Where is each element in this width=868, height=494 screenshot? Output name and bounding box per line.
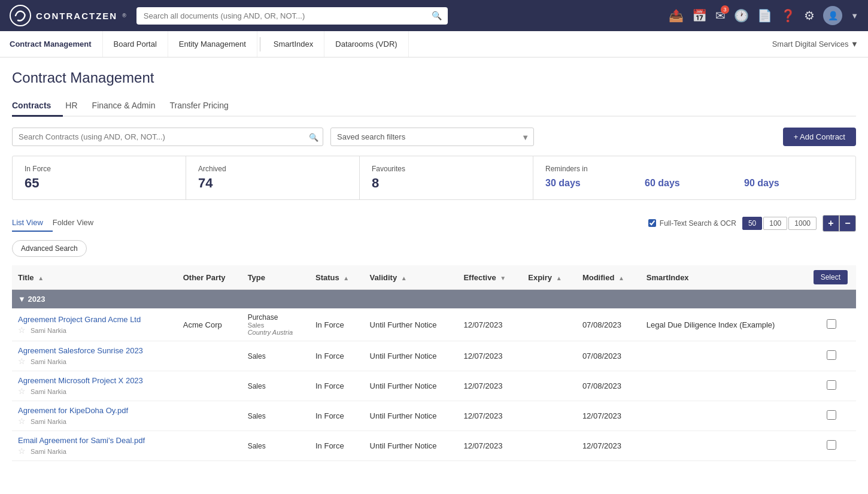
th-expiry[interactable]: Expiry ▲ <box>522 265 576 290</box>
reminder-60[interactable]: 60 days <box>645 178 744 189</box>
advanced-search-button[interactable]: Advanced Search <box>12 240 87 257</box>
modified-cell: 07/08/2023 <box>576 341 641 371</box>
documents-icon[interactable]: 📄 <box>757 8 772 23</box>
stat-archived[interactable]: Archived 74 <box>186 156 359 199</box>
tab-hr[interactable]: HR <box>63 96 89 117</box>
row-select-cell <box>808 308 856 341</box>
star-icon[interactable]: ☆ <box>18 356 26 366</box>
row-select-cell <box>808 431 856 461</box>
tab-transfer-pricing[interactable]: Transfer Pricing <box>167 96 240 117</box>
row-checkbox[interactable] <box>827 440 836 450</box>
saved-search-select[interactable]: Saved search filters <box>330 128 534 146</box>
fulltext-search-checkbox[interactable] <box>648 219 656 227</box>
effective-cell: 12/07/2023 <box>457 341 522 371</box>
row-select-cell <box>808 371 856 401</box>
avatar[interactable]: 👤 <box>823 6 842 25</box>
modified-cell: 07/08/2023 <box>576 308 641 341</box>
row-checkbox[interactable] <box>827 319 836 329</box>
row-checkbox[interactable] <box>827 410 836 420</box>
zoom-out-button[interactable]: − <box>839 215 856 232</box>
contract-link[interactable]: Email Agreement for Sami's Deal.pdf <box>18 436 145 445</box>
contract-link[interactable]: Agreement Project Grand Acme Ltd <box>18 315 141 324</box>
expiry-cell <box>522 341 576 371</box>
help-icon[interactable]: ❓ <box>781 8 796 23</box>
calendar-icon[interactable]: 📅 <box>692 8 707 23</box>
avatar-arrow-icon: ▼ <box>851 11 858 20</box>
row-checkbox[interactable] <box>827 380 836 390</box>
table-group-row[interactable]: ▼ 2023 <box>12 290 856 309</box>
th-other-party[interactable]: Other Party <box>177 265 242 290</box>
main-nav-smartindex[interactable]: SmartIndex <box>263 31 324 57</box>
th-status[interactable]: Status ▲ <box>309 265 364 290</box>
star-icon[interactable]: ☆ <box>18 325 26 335</box>
reminder-30[interactable]: 30 days <box>545 178 645 189</box>
main-nav-board-portal[interactable]: Board Portal <box>103 31 168 57</box>
status-cell: In Force <box>309 401 364 431</box>
select-button[interactable]: Select <box>814 270 848 284</box>
folder-view-tab[interactable]: Folder View <box>53 214 103 232</box>
page-size-100[interactable]: 100 <box>763 217 787 230</box>
tab-contracts[interactable]: Contracts <box>12 96 63 117</box>
smart-digital-services[interactable]: Smart Digital Services ▼ <box>772 40 858 49</box>
table-row: Agreement Project Grand Acme Ltd ☆ Sami … <box>12 308 856 341</box>
contract-link[interactable]: Agreement Microsoft Project X 2023 <box>18 376 143 385</box>
stat-in-force[interactable]: In Force 65 <box>13 156 186 199</box>
stat-favourites-label: Favourites <box>372 165 521 173</box>
logo[interactable]: CONTRACTZEN ® <box>10 5 127 26</box>
logo-icon <box>10 5 31 26</box>
type-cell: Sales <box>242 401 309 431</box>
th-validity[interactable]: Validity ▲ <box>364 265 458 290</box>
global-search-input[interactable] <box>136 7 448 25</box>
main-nav-entity-management[interactable]: Entity Management <box>168 31 257 57</box>
owner-name: Sami Narkia <box>31 448 66 455</box>
stats-row: In Force 65 Archived 74 Favourites 8 Rem… <box>12 156 856 200</box>
page-size-1000[interactable]: 1000 <box>788 217 817 230</box>
th-select: Select <box>808 265 856 290</box>
th-title[interactable]: Title ▲ <box>12 265 177 290</box>
validity-cell: Until Further Notice <box>364 341 458 371</box>
star-icon[interactable]: ☆ <box>18 386 26 396</box>
th-effective[interactable]: Effective ▼ <box>457 265 522 290</box>
expiry-cell <box>522 431 576 461</box>
stat-in-force-label: In Force <box>25 165 174 173</box>
effective-sort-icon: ▼ <box>500 275 506 281</box>
stat-favourites[interactable]: Favourites 8 <box>360 156 533 199</box>
upload-icon[interactable]: 📤 <box>669 8 684 23</box>
contract-row-meta: ☆ Sami Narkia <box>18 325 171 335</box>
contracts-table: Title ▲ Other Party Type Status ▲ Validi… <box>12 265 856 461</box>
star-icon[interactable]: ☆ <box>18 446 26 456</box>
saved-search-dropdown: Saved search filters ▼ <box>330 128 534 146</box>
smartindex-cell <box>641 341 808 371</box>
contract-link[interactable]: Agreement Salesforce Sunrise 2023 <box>18 346 143 355</box>
contract-search-input[interactable] <box>12 128 323 146</box>
reminder-90[interactable]: 90 days <box>744 178 843 189</box>
contract-row-meta: ☆ Sami Narkia <box>18 446 171 456</box>
tab-finance-admin[interactable]: Finance & Admin <box>90 96 168 117</box>
view-tabs: List View Folder View <box>12 214 103 232</box>
th-modified[interactable]: Modified ▲ <box>576 265 641 290</box>
add-contract-button[interactable]: + Add Contract <box>783 128 856 146</box>
settings-icon[interactable]: ⚙ <box>804 8 815 23</box>
view-controls: List View Folder View Full-Text Search &… <box>12 214 856 232</box>
validity-cell: Until Further Notice <box>364 308 458 341</box>
type-main: Purchase <box>248 313 304 322</box>
search-row: 🔍 Saved search filters ▼ + Add Contract <box>12 128 856 146</box>
svg-point-0 <box>10 5 31 26</box>
history-icon[interactable]: 🕐 <box>734 8 749 23</box>
list-view-tab[interactable]: List View <box>12 214 53 232</box>
reminder-60-days: 60 days <box>645 178 744 189</box>
page-size-50[interactable]: 50 <box>742 217 762 230</box>
email-icon[interactable]: ✉ 3 <box>715 8 726 23</box>
effective-cell: 12/07/2023 <box>457 371 522 401</box>
row-checkbox[interactable] <box>827 350 836 360</box>
reminders-values: 30 days 60 days 90 days <box>545 178 843 189</box>
th-smartindex[interactable]: SmartIndex <box>641 265 808 290</box>
star-icon[interactable]: ☆ <box>18 416 26 426</box>
contract-link[interactable]: Agreement for KipeDoha Oy.pdf <box>18 406 128 415</box>
main-nav-datarooms[interactable]: Datarooms (VDR) <box>324 31 408 57</box>
zoom-in-button[interactable]: + <box>823 215 839 232</box>
th-type[interactable]: Type <box>242 265 309 290</box>
other-party-cell <box>177 371 242 401</box>
main-nav-contract-management[interactable]: Contract Management <box>10 31 103 57</box>
zoom-buttons: + − <box>823 215 856 232</box>
